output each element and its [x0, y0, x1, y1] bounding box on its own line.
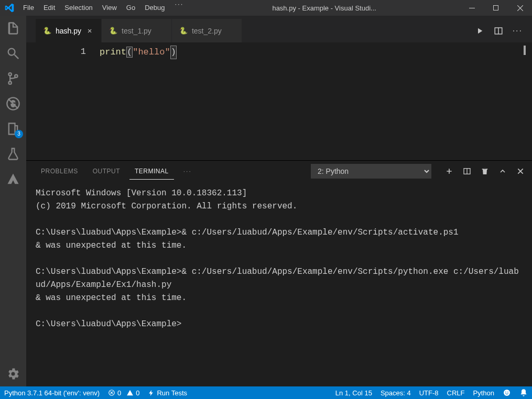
code-token-paren: ) [170, 46, 177, 59]
minimize-button[interactable] [460, 0, 484, 16]
panel-header: PROBLEMS OUTPUT TERMINAL ··· 2: Python [26, 161, 532, 182]
warning-count: 0 [136, 389, 139, 397]
tab-label: test_2.py [192, 27, 222, 35]
code-token-paren: ( [126, 47, 133, 58]
minimap-marker [524, 46, 526, 55]
code-token-string: "hello" [133, 47, 170, 57]
status-problems[interactable]: 0 0 [104, 386, 144, 399]
status-python-interpreter[interactable]: Python 3.7.1 64-bit ('env': venv) [0, 386, 104, 399]
tab-label: test_1.py [122, 27, 151, 35]
svg-point-11 [504, 390, 510, 396]
error-icon [108, 389, 115, 396]
activity-explorer[interactable] [0, 16, 26, 41]
menu-debug[interactable]: Debug [140, 0, 169, 16]
svg-rect-1 [493, 5, 498, 10]
maximize-panel-icon[interactable] [498, 167, 507, 175]
status-cursor-position[interactable]: Ln 1, Col 15 [331, 386, 376, 399]
bottom-panel: PROBLEMS OUTPUT TERMINAL ··· 2: Python M… [26, 160, 532, 386]
python-file-icon: 🐍 [109, 27, 117, 35]
svg-rect-0 [469, 8, 475, 8]
activity-outline[interactable]: 3 [0, 116, 26, 141]
editor-actions: ··· [465, 19, 532, 42]
tab-test-2-py[interactable]: 🐍 test_2.py × [172, 19, 242, 42]
status-feedback-icon[interactable] [498, 386, 515, 399]
svg-point-3 [8, 81, 11, 84]
terminal-selector[interactable]: 2: Python [311, 164, 431, 179]
new-terminal-icon[interactable] [445, 167, 453, 175]
kill-terminal-icon[interactable] [481, 167, 489, 175]
more-actions-icon[interactable]: ··· [513, 26, 523, 36]
panel-tab-problems[interactable]: PROBLEMS [36, 163, 83, 179]
activity-settings[interactable] [0, 361, 26, 386]
menu-view[interactable]: View [97, 0, 122, 16]
activity-bar: 3 [0, 16, 26, 386]
activity-azure[interactable] [0, 167, 26, 192]
editor-area: 🐍 hash.py × 🐍 test_1.py × 🐍 test_2.py × … [26, 16, 532, 386]
status-encoding[interactable]: UTF-8 [415, 386, 443, 399]
split-editor-icon[interactable] [494, 26, 503, 36]
panel-tab-overflow-icon[interactable]: ··· [178, 163, 197, 179]
status-language[interactable]: Python [469, 386, 498, 399]
close-panel-icon[interactable] [516, 167, 525, 175]
window-title: hash.py - Example - Visual Studi... [189, 4, 460, 12]
split-terminal-icon[interactable] [463, 167, 471, 175]
status-run-tests-label: Run Tests [157, 389, 187, 397]
status-bar: Python 3.7.1 64-bit ('env': venv) 0 0 Ru… [0, 386, 532, 399]
editor-tabs: 🐍 hash.py × 🐍 test_1.py × 🐍 test_2.py × … [26, 16, 532, 42]
activity-search[interactable] [0, 41, 26, 66]
activity-source-control[interactable] [0, 66, 26, 91]
tab-test-1-py[interactable]: 🐍 test_1.py × [102, 19, 172, 42]
maximize-button[interactable] [484, 0, 508, 16]
tab-label: hash.py [56, 27, 81, 35]
activity-badge: 3 [15, 130, 23, 138]
panel-tab-output[interactable]: OUTPUT [88, 163, 125, 179]
menu-file[interactable]: File [18, 0, 39, 16]
menu-go[interactable]: Go [122, 0, 140, 16]
tab-close-icon[interactable]: × [85, 26, 94, 35]
status-run-tests[interactable]: Run Tests [144, 386, 191, 399]
code-editor[interactable]: 1 print("hello") [26, 42, 532, 160]
menu-bar: File Edit Selection View Go Debug ··· [18, 0, 189, 16]
python-file-icon: 🐍 [43, 27, 51, 35]
code-token-function: print [100, 47, 126, 57]
lightning-icon [148, 390, 155, 396]
python-file-icon: 🐍 [179, 27, 188, 35]
panel-tab-terminal[interactable]: TERMINAL [129, 163, 174, 180]
run-icon[interactable] [475, 26, 484, 36]
menu-edit[interactable]: Edit [39, 0, 60, 16]
activity-test[interactable] [0, 141, 26, 167]
menu-selection[interactable]: Selection [60, 0, 97, 16]
svg-point-13 [507, 392, 508, 393]
status-eol[interactable]: CRLF [443, 386, 469, 399]
status-indentation[interactable]: Spaces: 4 [376, 386, 415, 399]
line-number: 1 [26, 42, 100, 160]
svg-point-12 [505, 392, 506, 393]
vscode-logo-icon [0, 3, 18, 13]
title-bar: File Edit Selection View Go Debug ··· ha… [0, 0, 532, 16]
code-content[interactable]: print("hello") [100, 42, 532, 160]
window-controls [460, 0, 532, 16]
close-button[interactable] [508, 0, 532, 16]
error-count: 0 [117, 389, 121, 397]
tab-hash-py[interactable]: 🐍 hash.py × [36, 19, 102, 42]
svg-point-2 [8, 73, 11, 75]
menu-overflow-icon[interactable]: ··· [169, 0, 189, 16]
terminal-output[interactable]: Microsoft Windows [Version 10.0.18362.11… [26, 182, 532, 386]
status-notifications-icon[interactable] [515, 386, 532, 399]
warning-icon [126, 389, 134, 396]
activity-debug[interactable] [0, 91, 26, 116]
